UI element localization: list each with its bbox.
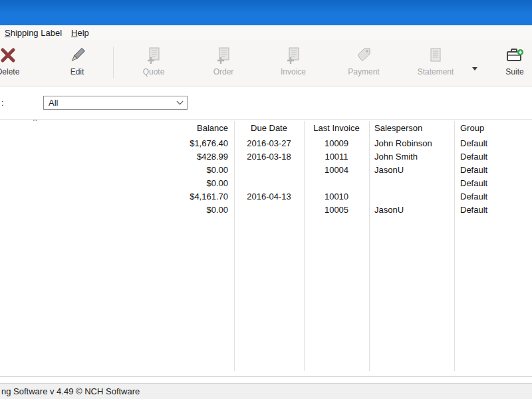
column-header-group[interactable]: Group — [454, 120, 532, 137]
status-bar: ng Software v 4.49 © NCH Software — [0, 383, 532, 399]
suite-briefcase-icon — [505, 45, 524, 65]
cell-group: Default — [454, 150, 532, 164]
cell-last-invoice — [304, 177, 369, 190]
toolbar-button-label: Delete — [0, 67, 19, 76]
menu-help[interactable]: Help — [66, 27, 94, 39]
toolbar-button-label: Edit — [70, 67, 84, 76]
cell-salesperson — [369, 177, 454, 190]
filter-selected-value: All — [49, 98, 58, 108]
cell-last-invoice: 10005 — [304, 203, 369, 217]
table-row[interactable]: $0.00 10004 JasonU Default — [0, 164, 532, 177]
cell-group: Default — [454, 177, 532, 190]
cell-salesperson: JasonU — [369, 203, 454, 217]
title-bar[interactable] — [0, 0, 532, 25]
suite-button[interactable]: Suite — [497, 45, 532, 82]
cell-group: Default — [454, 203, 532, 217]
column-header-balance[interactable]: Balance — [166, 120, 234, 137]
cell-last-invoice: 10011 — [304, 150, 369, 164]
quote-button[interactable]: Quote — [134, 45, 174, 82]
cell-salesperson: John Robinson — [369, 137, 454, 150]
new-order-document-icon — [215, 45, 232, 65]
invoice-button[interactable]: Invoice — [273, 45, 313, 82]
table-row[interactable]: $4,161.70 2016-04-13 10010 Default — [0, 190, 532, 203]
payment-tag-icon — [355, 45, 372, 65]
new-quote-document-icon — [145, 45, 162, 65]
cell-due-date: 2016-03-18 — [234, 150, 304, 164]
cell-balance: $1,676.40 — [166, 137, 234, 150]
column-separator — [454, 121, 455, 371]
column-header-salesperson[interactable]: Salesperson — [369, 120, 454, 137]
delete-x-icon — [0, 45, 17, 65]
edit-button[interactable]: Edit — [57, 45, 97, 82]
toolbar-button-label: Statement — [418, 67, 454, 76]
cell-customer — [0, 177, 166, 190]
column-header-last-invoice[interactable]: Last Invoice — [304, 120, 369, 137]
cell-customer — [0, 150, 166, 164]
cell-due-date — [234, 177, 304, 190]
cell-balance: $4,161.70 — [166, 190, 234, 203]
cell-customer — [0, 203, 166, 217]
order-button[interactable]: Order — [203, 45, 243, 82]
table-header: Balance Due Date Last Invoice Salesperso… — [0, 120, 532, 137]
cell-last-invoice: 10004 — [304, 164, 369, 177]
statement-document-icon — [427, 45, 444, 65]
sort-ascending-icon: ^ — [33, 119, 37, 125]
column-header-customer[interactable] — [0, 120, 166, 137]
column-separator — [369, 121, 370, 371]
cell-last-invoice: 10010 — [304, 190, 369, 203]
cell-balance: $0.00 — [166, 177, 234, 190]
toolbar-button-label: Invoice — [281, 67, 306, 76]
table-row[interactable]: $1,676.40 2016-03-27 10009 John Robinson… — [0, 137, 532, 150]
toolbar-button-label: Quote — [143, 67, 165, 76]
cell-balance: $428.99 — [166, 150, 234, 164]
statement-dropdown-button[interactable] — [470, 64, 479, 73]
customer-list: ^ Balance Due Date Last Invoice Salesper… — [0, 119, 532, 377]
delete-button[interactable]: Delete — [0, 45, 28, 82]
column-header-due-date[interactable]: Due Date — [234, 120, 304, 137]
cell-due-date — [234, 164, 304, 177]
cell-due-date — [234, 203, 304, 217]
edit-pencil-icon — [68, 45, 86, 65]
cell-due-date: 2016-03-27 — [234, 137, 304, 150]
cell-salesperson — [369, 190, 454, 203]
chevron-down-icon — [177, 98, 184, 105]
cell-due-date: 2016-04-13 — [234, 190, 304, 203]
cell-group: Default — [454, 137, 532, 150]
filter-dropdown[interactable]: All — [43, 96, 188, 110]
cell-salesperson: John Smith — [369, 150, 454, 164]
toolbar-button-label: Suite — [505, 67, 523, 76]
toolbar-button-label: Order — [213, 67, 234, 76]
status-text: ng Software v 4.49 © NCH Software — [1, 386, 140, 396]
cell-customer — [0, 164, 166, 177]
filter-bar: : All — [0, 86, 532, 119]
statement-button[interactable]: Statement — [411, 45, 460, 82]
table-row[interactable]: $428.99 2016-03-18 10011 John Smith Defa… — [0, 150, 532, 164]
toolbar-button-label: Payment — [348, 67, 379, 76]
toolbar: Delete Edit Quote Order Invoice — [0, 40, 532, 86]
cell-group: Default — [454, 164, 532, 177]
cell-balance: $0.00 — [166, 203, 234, 217]
app-window: Shipping Label Help Delete Edit Quote — [0, 0, 532, 399]
payment-button[interactable]: Payment — [340, 45, 387, 82]
cell-group: Default — [454, 190, 532, 203]
column-separator — [304, 121, 305, 371]
new-invoice-document-icon — [285, 45, 302, 65]
chevron-down-icon — [472, 67, 477, 70]
cell-customer — [0, 137, 166, 150]
cell-salesperson: JasonU — [369, 164, 454, 177]
table-row[interactable]: $0.00 Default — [0, 177, 532, 190]
table-row[interactable]: $0.00 10005 JasonU Default — [0, 203, 532, 217]
cell-last-invoice: 10009 — [304, 137, 369, 150]
column-separator — [234, 121, 235, 371]
menu-shipping-label[interactable]: Shipping Label — [0, 27, 66, 39]
toolbar-separator — [113, 47, 114, 78]
cell-customer — [0, 190, 166, 203]
cell-balance: $0.00 — [166, 164, 234, 177]
menu-bar: Shipping Label Help — [0, 25, 532, 40]
filter-label: : — [1, 98, 4, 108]
